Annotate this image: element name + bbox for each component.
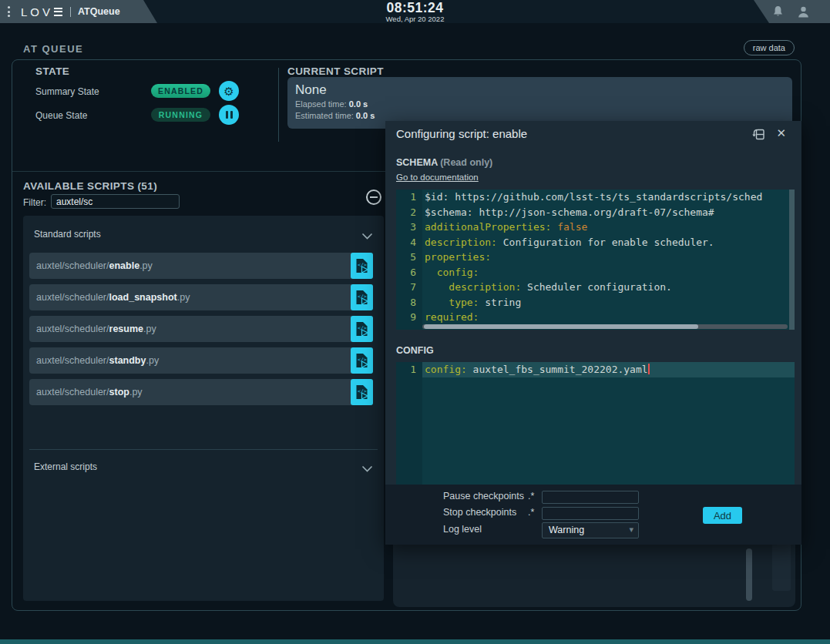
pause-checkpoints-hint: .* — [528, 491, 534, 501]
stop-checkpoints-label: Stop checkpoints — [443, 507, 516, 518]
script-file-icon: </> — [355, 290, 368, 305]
estimated-time: Estimated time: 0.0 s — [295, 110, 785, 122]
stop-checkpoints-hint: .* — [528, 507, 534, 518]
schema-editor: 1$id: https://github.com/lsst-ts/ts_stan… — [396, 190, 795, 330]
notifications-bell-icon[interactable] — [772, 5, 784, 21]
stop-checkpoints-input[interactable] — [542, 507, 639, 520]
raw-data-button[interactable]: raw data — [744, 40, 795, 55]
configure-script-modal: Configuring script: enable ✕ SCHEMA (Rea… — [385, 121, 801, 545]
collapse-panel-icon[interactable] — [366, 190, 381, 205]
script-file-icon: </> — [355, 384, 368, 400]
log-level-label: Log level — [443, 524, 482, 535]
detach-modal-icon[interactable] — [751, 128, 766, 144]
script-row: auxtel/scheduler/stop.py </> — [29, 379, 373, 405]
elapsed-time: Elapsed time: 0.0 s — [295, 99, 785, 110]
pause-checkpoints-input[interactable] — [542, 491, 639, 504]
configure-script-button[interactable]: </> — [351, 253, 373, 279]
schema-code-lines: 1$id: https://github.com/lsst-ts/ts_stan… — [396, 190, 795, 325]
schema-heading: SCHEMA (Read only) — [396, 157, 492, 168]
log-level-select[interactable]: Warning ▾ — [542, 522, 639, 538]
pause-checkpoints-label: Pause checkpoints — [443, 491, 524, 501]
add-button[interactable]: Add — [703, 507, 742, 524]
available-scripts-panel: Standard scripts auxtel/scheduler/enable… — [23, 216, 384, 601]
summary-state-settings-button[interactable]: ⚙ — [219, 81, 239, 101]
clock-date: Wed, Apr 20 2022 — [0, 15, 830, 23]
standard-scripts-list: auxtel/scheduler/enable.py </> auxtel/sc… — [29, 253, 373, 411]
standard-scripts-header[interactable]: Standard scripts — [34, 226, 373, 242]
panel-title: AT QUEUE — [23, 43, 83, 55]
filter-label: Filter: — [23, 197, 46, 208]
chevron-down-icon — [361, 461, 373, 475]
editor-gutter — [396, 362, 422, 485]
script-row: auxtel/scheduler/enable.py </> — [29, 253, 373, 279]
queue-scrollbar[interactable] — [746, 548, 752, 601]
available-scripts-title: AVAILABLE SCRIPTS (51) — [23, 180, 157, 192]
config-code-lines: 1config: auxtel_fbs_summit_202202.yaml — [396, 362, 795, 377]
summary-state-label: Summary State — [35, 86, 99, 97]
configure-script-button[interactable]: </> — [351, 284, 373, 310]
modal-title: Configuring script: enable — [396, 127, 527, 140]
script-row: auxtel/scheduler/standby.py </> — [29, 347, 373, 374]
queue-state-label: Queue State — [35, 110, 87, 121]
modal-footer: Pause checkpoints .* Stop checkpoints .*… — [385, 485, 801, 545]
external-scripts-header[interactable]: External scripts — [34, 459, 373, 475]
pause-icon — [226, 111, 233, 119]
clock: 08:51:24 Wed, Apr 20 2022 — [0, 1, 830, 23]
summary-state-badge: ENABLED — [151, 84, 210, 98]
queue-list-panel — [393, 539, 795, 607]
script-file-icon: </> — [355, 258, 368, 273]
gear-icon: ⚙ — [223, 86, 234, 97]
pause-queue-button[interactable] — [219, 105, 239, 125]
current-script-name: None — [295, 82, 785, 99]
chevron-down-icon: ▾ — [629, 525, 633, 535]
script-row: auxtel/scheduler/load_snapshot.py </> — [29, 284, 373, 310]
schema-horizontal-scrollbar[interactable] — [424, 324, 698, 329]
configure-script-button[interactable]: </> — [351, 379, 373, 405]
state-current-divider — [278, 68, 279, 142]
queue-side-strip — [772, 543, 791, 591]
script-file-icon: </> — [355, 353, 368, 368]
configure-script-button[interactable]: </> — [351, 347, 373, 374]
scripts-list-divider — [29, 449, 378, 450]
script-row: auxtel/scheduler/resume.py </> — [29, 316, 373, 342]
script-file-icon: </> — [355, 321, 368, 337]
schema-vertical-scrollbar[interactable] — [789, 190, 795, 330]
config-heading: CONFIG — [396, 345, 434, 356]
chevron-down-icon — [361, 229, 373, 243]
state-section-title: STATE — [35, 65, 69, 77]
documentation-link[interactable]: Go to documentation — [396, 173, 479, 182]
clock-time: 08:51:24 — [0, 1, 830, 15]
bottom-accent-bar — [0, 639, 830, 644]
configure-script-button[interactable]: </> — [351, 316, 373, 342]
current-script-title: CURRENT SCRIPT — [287, 65, 384, 77]
user-icon[interactable] — [797, 5, 810, 22]
filter-input[interactable] — [51, 194, 180, 209]
close-icon[interactable]: ✕ — [776, 126, 786, 140]
queue-state-badge: RUNNING — [151, 108, 210, 122]
top-bar: LOV ATQueue 08:51:24 Wed, Apr 20 2022 — [0, 0, 830, 23]
config-editor[interactable]: 1config: auxtel_fbs_summit_202202.yaml — [396, 362, 795, 485]
